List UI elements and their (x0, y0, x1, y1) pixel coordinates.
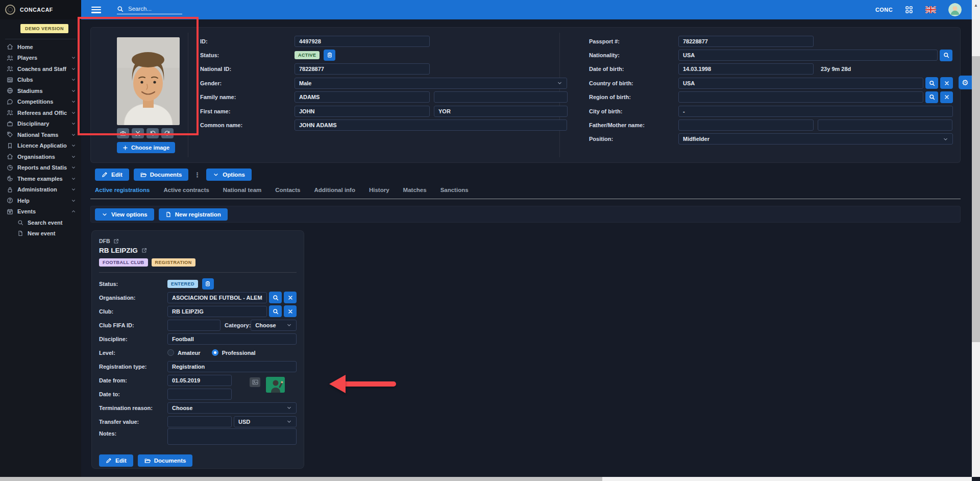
club-fifa-id-field[interactable] (167, 320, 220, 331)
family-name-2-field[interactable] (434, 91, 568, 103)
national-id-field[interactable] (295, 63, 430, 75)
common-name-field[interactable] (295, 119, 567, 131)
national-teams-icon (7, 131, 13, 138)
sidebar-item-stadiums[interactable]: Stadiums (0, 85, 81, 97)
external-link-icon[interactable] (141, 248, 147, 253)
region-of-birth-clear-button[interactable] (940, 91, 953, 103)
vertical-scrollbar[interactable]: ▲ (972, 0, 980, 477)
language-flag-icon[interactable] (925, 6, 936, 13)
choose-image-button[interactable]: Choose image (117, 142, 175, 153)
country-of-birth-field[interactable] (678, 78, 923, 89)
sidebar-item-referees-and-officials[interactable]: Referees and Officials (0, 107, 81, 118)
family-name-field[interactable] (295, 91, 430, 103)
tab-history[interactable]: History (369, 187, 389, 197)
image-placeholder-thumbnail[interactable] (250, 377, 260, 387)
sidebar-item-search-event[interactable]: Search event (0, 217, 81, 228)
gender-select[interactable]: Male (295, 78, 567, 89)
status-history-button[interactable] (324, 50, 335, 61)
nationality-field[interactable] (678, 50, 938, 61)
category-select[interactable]: Choose (251, 320, 297, 331)
notes-field[interactable] (167, 428, 297, 445)
chevron-down-icon (71, 110, 76, 115)
sidebar-item-administration[interactable]: Administration (0, 184, 81, 196)
country-of-birth-label: Country of birth: (589, 80, 678, 86)
club-search-button[interactable] (269, 305, 282, 317)
sidebar-item-events[interactable]: Events (0, 206, 81, 218)
sidebar-item-coaches-and-staff[interactable]: Coaches and Staff (0, 63, 81, 75)
card-edit-button[interactable]: Edit (99, 454, 133, 467)
country-of-birth-clear-button[interactable] (940, 77, 953, 89)
level-professional-radio[interactable] (212, 349, 218, 356)
tab-active-contracts[interactable]: Active contracts (163, 187, 209, 197)
sidebar-item-clubs[interactable]: Clubs (0, 75, 81, 86)
registration-type-field[interactable] (167, 361, 297, 372)
view-options-button[interactable]: View options (95, 208, 154, 221)
date-from-field[interactable] (167, 375, 232, 386)
horizontal-scrollbar-thumb[interactable] (0, 477, 602, 481)
sidebar-item-players[interactable]: Players (0, 53, 81, 64)
organisation-search-button[interactable] (269, 292, 282, 303)
external-link-icon[interactable] (113, 238, 119, 244)
city-of-birth-field[interactable] (678, 106, 953, 117)
sidebar-item-disciplinary[interactable]: Disciplinary (0, 118, 81, 130)
more-actions-button[interactable]: ⋮ (193, 172, 202, 178)
level-amateur-radio[interactable] (167, 349, 174, 356)
tab-sanctions[interactable]: Sanctions (440, 187, 469, 197)
vertical-scrollbar-thumb[interactable] (972, 56, 980, 342)
apps-grid-icon[interactable] (905, 6, 913, 14)
edit-button[interactable]: Edit (95, 169, 129, 181)
sidebar-item-theme-examples[interactable]: Theme examples (0, 173, 81, 184)
sidebar-item-national-teams[interactable]: National Teams (0, 129, 81, 140)
id-field[interactable] (295, 36, 430, 47)
settings-gear-button[interactable]: ⚙ (959, 76, 972, 89)
registration-avatar-thumbnail[interactable] (266, 377, 285, 393)
card-footer-actions: Edit Documents (99, 454, 297, 467)
horizontal-scrollbar[interactable] (0, 477, 972, 481)
documents-button[interactable]: Documents (134, 169, 189, 181)
club-field[interactable] (167, 306, 267, 317)
sidebar-item-organisations[interactable]: Organisations (0, 151, 81, 162)
sidebar-item-home[interactable]: Home (0, 41, 81, 53)
reg-status-history-button[interactable] (202, 278, 214, 290)
club-clear-button[interactable] (284, 305, 297, 317)
nationality-search-button[interactable] (940, 50, 952, 61)
search-input[interactable] (127, 5, 178, 12)
organisation-clear-button[interactable] (284, 292, 297, 303)
user-avatar[interactable] (948, 3, 962, 16)
dob-field[interactable] (678, 63, 814, 75)
first-name-field[interactable] (295, 106, 430, 117)
country-of-birth-search-button[interactable] (925, 77, 938, 89)
sidebar-item-help[interactable]: Help (0, 195, 81, 206)
brand-header[interactable]: CONCACAF (0, 0, 81, 19)
tab-additional-info[interactable]: Additional info (314, 187, 355, 197)
tab-matches[interactable]: Matches (403, 187, 427, 197)
sidebar-item-licence-application[interactable]: Licence Application (0, 140, 81, 152)
tab-national-team[interactable]: National team (223, 187, 261, 197)
father-name-field[interactable] (678, 119, 814, 131)
sidebar-item-reports-and-statistics[interactable]: Reports and Statistics (0, 162, 81, 174)
chevron-down-icon (71, 88, 76, 93)
tab-contacts[interactable]: Contacts (275, 187, 300, 197)
options-button[interactable]: Options (206, 169, 251, 181)
menu-toggle-button[interactable] (91, 7, 101, 13)
first-name-2-field[interactable] (434, 106, 568, 117)
position-select[interactable]: Midfielder (678, 133, 953, 145)
mother-name-field[interactable] (818, 119, 952, 131)
organisation-field[interactable] (167, 292, 267, 303)
global-search[interactable] (117, 5, 182, 14)
transfer-value-field[interactable] (167, 416, 232, 427)
passport-field[interactable] (678, 36, 814, 47)
sidebar-item-competitions[interactable]: Competitions (0, 97, 81, 108)
tab-active-registrations[interactable]: Active registrations (95, 187, 150, 197)
chevron-down-icon (71, 121, 76, 126)
sidebar-item-new-event[interactable]: New event (0, 228, 81, 239)
new-registration-button[interactable]: New registration (159, 208, 228, 221)
scroll-up-arrow-icon[interactable]: ▲ (974, 3, 978, 8)
region-of-birth-search-button[interactable] (925, 91, 938, 103)
termination-reason-select[interactable]: Choose (167, 402, 297, 414)
date-to-field[interactable] (167, 389, 232, 400)
currency-select[interactable]: USD (234, 416, 297, 427)
discipline-field[interactable] (167, 333, 297, 345)
card-documents-button[interactable]: Documents (138, 454, 193, 467)
region-of-birth-field[interactable] (678, 91, 923, 103)
